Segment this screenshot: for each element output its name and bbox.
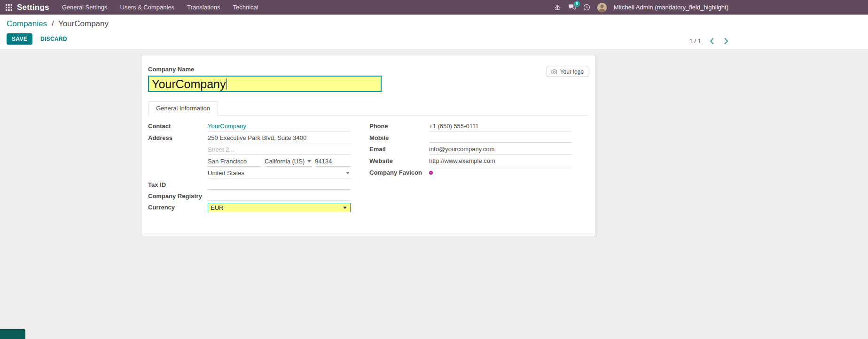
message-count-badge: 5 [574,1,580,7]
top-navbar: Settings General Settings Users & Compan… [0,0,868,15]
control-panel: Companies / YourCompany SAVE DISCARD 1 /… [0,15,868,49]
email-label: Email [369,145,429,153]
pager-next-button[interactable] [723,37,729,46]
text-cursor [227,78,227,90]
tax-id-field[interactable] [208,180,351,190]
address-country-row: United States [148,169,351,178]
address-city-row: San Francisco California (US) 94134 [148,157,351,167]
company-registry-row: Company Registry [148,192,351,201]
address-street-row: Address 250 Executive Park Blvd, Suite 3… [148,133,351,143]
tax-id-row: Tax ID [148,180,351,190]
breadcrumb-separator: / [52,19,54,28]
breadcrumb: Companies / YourCompany [7,19,861,29]
company-registry-label: Company Registry [148,192,208,200]
phone-row: Phone +1 (650) 555-0111 [369,122,571,131]
caret-down-icon [307,160,311,162]
website-row: Website http://www.example.com [369,156,571,166]
street2-label-spacer [148,145,208,146]
street2-placeholder: Street 2... [208,146,234,153]
company-form-sheet: Company Name YourCompany Your logo Gener… [141,55,595,236]
bottom-left-widget[interactable] [0,329,25,339]
country-value: United States [208,170,244,177]
address-street2-row: Street 2... [148,145,351,155]
menu-translations[interactable]: Translations [187,0,220,15]
tab-general-information[interactable]: General Information [148,101,218,116]
country-select[interactable]: United States [208,169,351,178]
address-label: Address [148,133,208,141]
country-label-spacer [148,169,208,170]
field-groups: Contact YourCompany Address 250 Executiv… [148,122,588,214]
state-value: California (US) [265,158,305,165]
chevron-left-icon [710,38,714,45]
company-name-label: Company Name [148,66,588,73]
currency-label: Currency [148,203,208,211]
company-favicon-label: Company Favicon [369,168,429,176]
city-label-spacer [148,157,208,158]
right-column: Phone +1 (650) 555-0111 Mobile Email inf… [369,122,571,214]
email-field[interactable]: info@yourcompany.com [429,145,571,154]
logo-button-label: Your logo [560,69,584,75]
breadcrumb-companies-link[interactable]: Companies [7,19,47,28]
company-logo-button[interactable]: Your logo [547,67,588,77]
contact-label: Contact [148,122,208,130]
company-favicon-row: Company Favicon [369,168,571,177]
top-menu: General Settings Users & Companies Trans… [62,0,271,15]
mobile-field[interactable] [429,133,571,143]
user-menu[interactable]: Mitchell Admin (mandatory_field_highligh… [614,4,728,11]
debug-bug-icon[interactable] [554,4,561,11]
currency-select[interactable]: EUR [208,203,351,212]
discard-button[interactable]: DISCARD [35,33,72,45]
street2-field[interactable]: Street 2... [208,145,351,155]
breadcrumb-current: YourCompany [58,19,109,28]
content-area: Company Name YourCompany Your logo Gener… [0,49,868,339]
website-label: Website [369,156,429,164]
apps-menu-icon[interactable] [6,4,12,11]
mobile-row: Mobile [369,133,571,143]
form-buttons: SAVE DISCARD [7,33,861,45]
caret-down-icon [346,172,350,174]
menu-general-settings[interactable]: General Settings [62,0,108,15]
currency-value: EUR [211,204,223,211]
city-field[interactable]: San Francisco [208,157,262,167]
chevron-right-icon [724,38,728,45]
grid-icon [6,4,12,11]
favicon-cell [429,168,571,177]
menu-users-companies[interactable]: Users & Companies [120,0,175,15]
phone-field[interactable]: +1 (650) 555-0111 [429,122,571,131]
camera-icon [551,69,557,75]
currency-row: Currency EUR [148,203,351,212]
contact-field[interactable]: YourCompany [208,123,246,130]
street-field[interactable]: 250 Executive Park Blvd, Suite 3400 [208,133,351,143]
app-name[interactable]: Settings [17,3,49,12]
save-button[interactable]: SAVE [7,33,32,45]
pager-count: 1 / 1 [689,38,701,45]
pager-previous-button[interactable] [709,37,715,46]
caret-down-icon [343,207,347,209]
website-field[interactable]: http://www.example.com [429,156,571,166]
phone-label: Phone [369,122,429,130]
company-name-value: YourCompany [152,77,226,91]
notebook-tabs: General Information [148,101,588,116]
state-select[interactable]: California (US) [265,157,312,167]
zip-field[interactable]: 94134 [315,157,351,167]
contact-row: Contact YourCompany [148,122,351,131]
avatar[interactable] [597,3,607,12]
messages-icon[interactable]: 5 [568,4,576,11]
company-favicon-widget[interactable] [429,171,433,175]
systray: 5 Mitchell Admin (mandatory_field_highli… [554,3,728,12]
pager: 1 / 1 [689,37,729,46]
company-registry-field[interactable] [208,192,351,201]
left-column: Contact YourCompany Address 250 Executiv… [148,122,351,214]
mobile-label: Mobile [369,133,429,141]
activities-clock-icon[interactable] [583,4,590,11]
city-state-zip-group: San Francisco California (US) 94134 [208,157,351,167]
tax-id-label: Tax ID [148,180,208,188]
company-name-input[interactable]: YourCompany [148,76,382,92]
menu-technical[interactable]: Technical [233,0,258,15]
email-row: Email info@yourcompany.com [369,145,571,154]
